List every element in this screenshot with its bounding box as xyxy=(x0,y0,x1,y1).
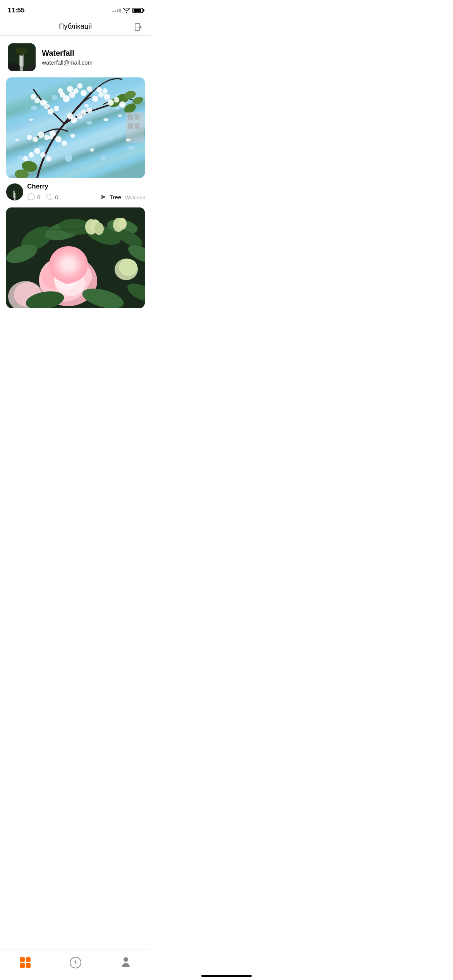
svg-point-18 xyxy=(67,86,73,92)
svg-point-20 xyxy=(58,88,63,94)
svg-point-78 xyxy=(118,218,127,230)
svg-point-11 xyxy=(21,160,38,173)
svg-point-34 xyxy=(44,104,50,109)
profile-email: waterfall@mail.com xyxy=(42,59,143,66)
wifi-icon xyxy=(123,8,130,13)
post-tag-area[interactable]: Tree xyxy=(100,193,121,201)
svg-point-10 xyxy=(107,96,122,109)
page-title: Публікації xyxy=(59,22,92,31)
avatar-image xyxy=(8,43,36,71)
svg-point-50 xyxy=(34,148,40,154)
logout-icon xyxy=(134,22,143,32)
post-image-peony xyxy=(6,207,145,308)
svg-point-31 xyxy=(119,101,125,108)
svg-point-19 xyxy=(73,88,79,94)
post-image-cherry xyxy=(6,77,145,178)
svg-point-87 xyxy=(58,273,77,289)
signal-strength-icon xyxy=(112,9,121,12)
post-tag[interactable]: Tree xyxy=(110,194,121,200)
like-count: 0 xyxy=(55,194,58,200)
status-time: 11:55 xyxy=(8,7,24,14)
svg-point-44 xyxy=(44,135,50,140)
svg-point-14 xyxy=(132,96,144,106)
svg-point-39 xyxy=(77,113,82,119)
svg-point-21 xyxy=(81,90,87,96)
svg-point-30 xyxy=(114,97,119,103)
svg-point-16 xyxy=(69,92,75,98)
svg-point-5 xyxy=(8,63,19,70)
svg-point-54 xyxy=(46,156,51,161)
svg-rect-4 xyxy=(22,53,24,67)
svg-point-27 xyxy=(102,88,108,94)
svg-point-88 xyxy=(62,274,73,284)
post-image-container-2[interactable] xyxy=(6,207,145,308)
post-card-2 xyxy=(0,207,151,319)
svg-point-49 xyxy=(62,140,67,146)
svg-rect-55 xyxy=(126,112,144,143)
svg-rect-58 xyxy=(128,123,133,129)
battery-icon xyxy=(132,8,143,13)
svg-point-38 xyxy=(71,117,77,123)
post-info-row: Cherry 0 xyxy=(0,183,151,201)
svg-point-8 xyxy=(114,92,130,106)
svg-point-47 xyxy=(27,135,32,140)
svg-point-52 xyxy=(40,152,46,158)
svg-point-93 xyxy=(119,259,137,276)
comment-count: 0 xyxy=(37,194,40,200)
svg-point-76 xyxy=(94,223,104,235)
svg-point-17 xyxy=(60,92,65,98)
svg-point-46 xyxy=(33,137,38,142)
status-bar: 11:55 xyxy=(0,0,151,19)
svg-point-13 xyxy=(123,101,138,115)
svg-rect-56 xyxy=(128,114,133,120)
nav-header: Публікації xyxy=(0,19,151,36)
profile-info: Waterfall waterfall@mail.com xyxy=(42,49,143,66)
comment-icon xyxy=(27,193,36,201)
post-image-container[interactable] xyxy=(6,77,145,178)
status-icons xyxy=(112,8,143,13)
svg-point-53 xyxy=(23,156,28,161)
svg-point-12 xyxy=(14,169,29,178)
svg-point-89 xyxy=(63,275,71,282)
profile-section: Waterfall waterfall@mail.com xyxy=(0,36,151,77)
scroll-content: Waterfall waterfall@mail.com xyxy=(0,36,151,358)
svg-point-25 xyxy=(98,92,104,98)
post-user-label: Waterfall xyxy=(125,195,145,201)
post-user-avatar[interactable] xyxy=(6,183,23,200)
post-title: Cherry xyxy=(27,183,121,190)
svg-point-24 xyxy=(92,96,98,102)
svg-point-22 xyxy=(87,86,92,92)
svg-rect-7 xyxy=(6,77,145,178)
svg-point-35 xyxy=(40,99,46,106)
svg-point-51 xyxy=(29,152,34,158)
svg-rect-3 xyxy=(19,55,22,67)
svg-rect-63 xyxy=(13,190,15,198)
svg-rect-57 xyxy=(135,114,139,120)
svg-point-15 xyxy=(63,95,70,102)
svg-point-43 xyxy=(50,130,56,137)
heart-icon xyxy=(45,193,53,201)
svg-point-41 xyxy=(81,110,86,115)
svg-point-32 xyxy=(48,108,54,115)
svg-point-37 xyxy=(31,94,36,99)
post-card: Cherry 0 xyxy=(0,77,151,207)
comment-action[interactable]: 0 xyxy=(27,193,40,201)
post-actions: 0 0 xyxy=(27,193,121,201)
send-icon xyxy=(100,193,107,201)
svg-point-29 xyxy=(108,99,114,106)
svg-point-45 xyxy=(38,132,44,138)
logout-button[interactable] xyxy=(133,22,144,33)
svg-point-48 xyxy=(55,136,62,142)
post-details: Cherry 0 xyxy=(27,183,121,201)
svg-point-23 xyxy=(77,83,82,89)
svg-point-9 xyxy=(124,89,137,100)
profile-name: Waterfall xyxy=(42,49,143,58)
svg-point-40 xyxy=(67,113,73,119)
like-action[interactable]: 0 xyxy=(45,193,58,201)
svg-point-28 xyxy=(96,87,102,93)
avatar[interactable] xyxy=(8,43,36,71)
svg-rect-59 xyxy=(135,123,139,129)
svg-point-42 xyxy=(87,108,92,113)
svg-point-26 xyxy=(104,94,110,100)
svg-point-33 xyxy=(54,106,59,111)
